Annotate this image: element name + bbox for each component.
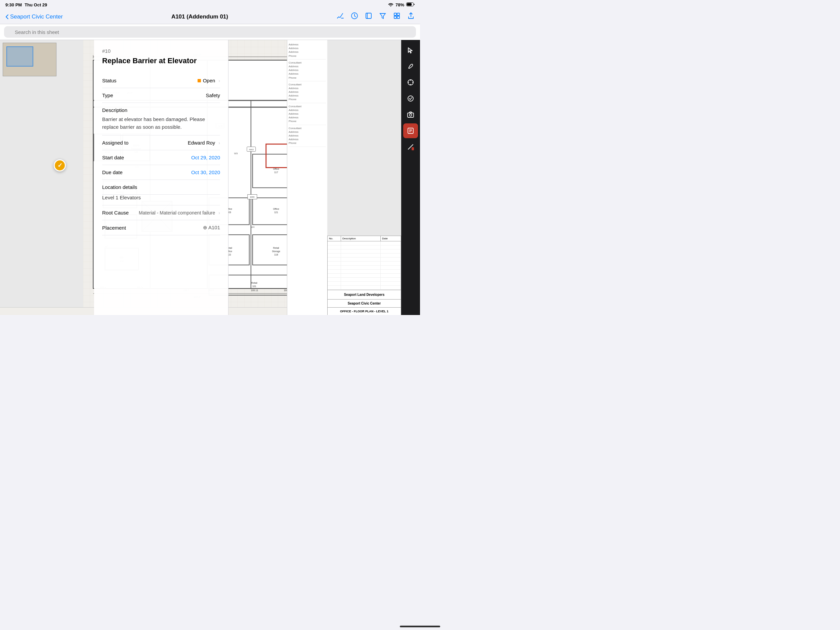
type-row: Type Safety — [102, 88, 220, 103]
placement-value: ⊕ A101 — [203, 225, 220, 231]
svg-rect-8 — [397, 13, 399, 16]
svg-text:Office: Office — [273, 208, 279, 210]
title-row — [328, 249, 401, 253]
title-block: No. Description Date Seaport Land Develo… — [327, 236, 401, 315]
status-value: Open › — [197, 78, 220, 83]
status-label: Status — [102, 78, 117, 83]
panel-number: #10 — [102, 48, 220, 54]
draw-icon[interactable] — [337, 12, 344, 21]
svg-text:118: 118 — [274, 253, 278, 256]
consultant-block-1: AddressAddressAddressPhone — [289, 41, 326, 60]
description-section: Description Barrier at elevator has been… — [102, 103, 220, 136]
description-text: Barrier at elevator has been damaged. Pl… — [102, 116, 220, 131]
minimap — [3, 43, 57, 76]
status-row[interactable]: Status Open › — [102, 73, 220, 88]
back-label: Seaport Civic Center — [10, 13, 63, 20]
camera-tool-button[interactable] — [403, 107, 418, 122]
diagonal-tool-button[interactable] — [403, 139, 418, 154]
cursor-tool-button[interactable] — [403, 43, 418, 57]
detail-panel: #10 Replace Barrier at Elevator Status O… — [94, 40, 229, 315]
start-date-row: Start date Oct 29, 2020 — [102, 150, 220, 165]
svg-marker-6 — [380, 13, 385, 19]
search-input[interactable] — [4, 26, 416, 38]
location-label: Location details — [102, 184, 137, 190]
col-no: No. — [328, 236, 341, 241]
wifi-icon — [388, 2, 393, 7]
assigned-to-row[interactable]: Assigned to Edward Roy › — [102, 136, 220, 150]
svg-rect-1 — [407, 3, 412, 6]
title-row — [328, 245, 401, 249]
svg-text:W4: W4 — [251, 226, 255, 228]
location-value: Level 1 Elevators — [102, 195, 141, 200]
title-row — [328, 270, 401, 274]
consultant-block-3: ConsultantAddressAddressAddressPhone — [289, 81, 326, 103]
battery-icon — [406, 2, 415, 7]
svg-point-101 — [408, 96, 413, 101]
layers-icon[interactable] — [365, 12, 372, 21]
assigned-value: Edward Roy › — [188, 140, 220, 146]
svg-text:103C: 103C — [250, 196, 255, 198]
svg-rect-109 — [412, 147, 414, 150]
status-bar: 9:30 PM Thu Oct 29 78% — [0, 0, 420, 9]
start-date-value: Oct 29, 2020 — [191, 155, 220, 160]
svg-text:Storage: Storage — [272, 250, 280, 253]
main-content: 204'-0" Women's Restroom 111A Men's Rest — [0, 40, 420, 315]
svg-text:W9: W9 — [234, 152, 238, 155]
status-date: Thu Oct 29 — [25, 2, 47, 7]
start-date-label: Start date — [102, 155, 124, 160]
svg-text:Retail: Retail — [251, 282, 257, 284]
battery-status: 78% — [395, 2, 404, 7]
project-name: Seaport Civic Center — [328, 299, 401, 307]
svg-text:117: 117 — [274, 171, 278, 174]
title-row — [328, 278, 401, 282]
col-date: Date — [381, 236, 401, 241]
svg-text:101: 101 — [252, 285, 256, 287]
title-row — [328, 258, 401, 261]
svg-rect-4 — [366, 13, 371, 19]
assigned-label: Assigned to — [102, 140, 128, 146]
stamp-tool-button[interactable] — [403, 91, 418, 106]
panel-title: Replace Barrier at Elevator — [102, 57, 220, 65]
description-label: Description — [102, 107, 220, 113]
due-date-row: Due date Oct 30, 2020 — [102, 165, 220, 180]
sheet-name: OFFICE - FLOOR PLAN - LEVEL 1 — [328, 307, 401, 315]
root-cause-label: Root Cause — [102, 210, 129, 215]
rfi-tool-button[interactable] — [403, 123, 418, 138]
nav-actions — [337, 12, 415, 21]
col-description: Description — [341, 236, 381, 241]
placement-row[interactable]: Placement ⊕ A101 — [102, 220, 220, 235]
measure-tool-button[interactable] — [403, 75, 418, 90]
chevron-right-icon: › — [218, 78, 220, 83]
root-cause-row[interactable]: Root Cause Material - Material component… — [102, 206, 220, 220]
filter-icon[interactable] — [379, 12, 387, 21]
consultant-column: AddressAddressAddressPhone ConsultantAdd… — [287, 40, 327, 315]
grid-icon[interactable] — [393, 12, 401, 21]
status-time: 9:30 PM — [5, 2, 22, 7]
consultant-block-4: ConsultantAddressAddressAddressPhone — [289, 103, 326, 125]
share-icon[interactable] — [407, 12, 415, 21]
title-row — [328, 274, 401, 278]
back-button[interactable]: Seaport Civic Center — [5, 13, 63, 20]
consultant-block-2: ConsultantAddressAddressAddressPhone — [289, 60, 326, 81]
nav-bar: Seaport Civic Center A101 (Addendum 01) — [0, 9, 420, 24]
svg-rect-7 — [394, 13, 396, 16]
clock-icon[interactable] — [351, 12, 358, 21]
title-row — [328, 282, 401, 286]
title-row — [328, 253, 401, 258]
svg-text:100.11: 100.11 — [251, 289, 258, 291]
chevron-right-icon: › — [218, 210, 220, 215]
markup-tool-button[interactable] — [403, 59, 418, 74]
root-cause-value: Material - Material component failure › — [139, 210, 220, 215]
svg-text:A863: A863 — [249, 149, 254, 150]
title-rows — [328, 241, 401, 290]
location-marker[interactable]: ✓ — [54, 159, 66, 171]
svg-point-103 — [410, 114, 412, 116]
title-row — [328, 286, 401, 290]
svg-text:Retail: Retail — [273, 247, 279, 249]
svg-rect-9 — [394, 16, 396, 19]
page-title: A101 (Addendum 01) — [171, 13, 228, 20]
search-bar: 🔍 — [0, 24, 420, 40]
title-row — [328, 261, 401, 266]
svg-text:121: 121 — [274, 211, 278, 214]
tools-sidebar — [401, 40, 420, 315]
